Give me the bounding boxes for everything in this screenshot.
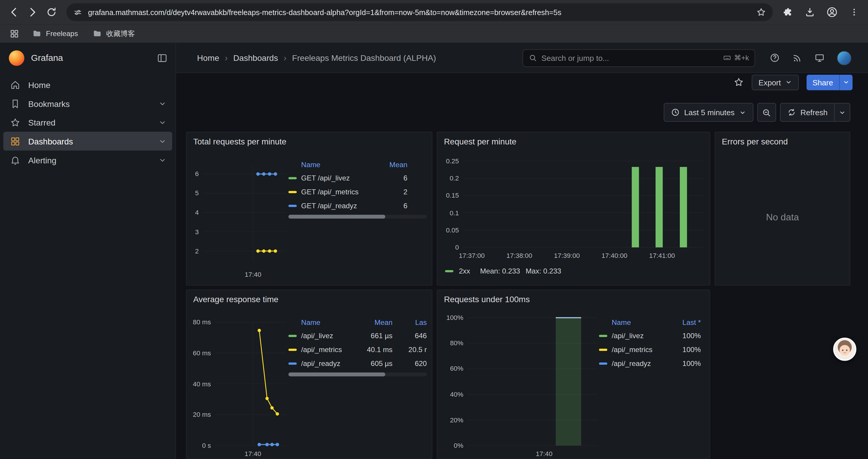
assistant-avatar[interactable]: [833, 338, 857, 361]
panel-title[interactable]: Average response time: [193, 294, 279, 304]
legend-series-name[interactable]: /api/_readyz: [599, 359, 662, 367]
legend-series-name[interactable]: GET /api/_readyz: [288, 201, 376, 210]
series-name[interactable]: 2xx: [459, 267, 470, 275]
favorite-star-icon[interactable]: [734, 77, 744, 88]
y-tick-label: 100%: [437, 314, 463, 322]
legend-series-name[interactable]: /api/_metrics: [288, 345, 356, 354]
url-bar[interactable]: grafana.mathmast.com/d/deytv4rwavabkb/fr…: [66, 3, 773, 21]
sidebar-item-starred[interactable]: Starred: [3, 113, 172, 132]
panel-title[interactable]: Request per minute: [444, 137, 517, 146]
breadcrumb-dashboards[interactable]: Dashboards: [233, 53, 278, 63]
export-button[interactable]: Export: [752, 74, 799, 90]
browser-menu-kebab-icon[interactable]: [845, 3, 864, 22]
back-icon[interactable]: [4, 3, 23, 22]
y-tick-label: 2: [186, 247, 198, 256]
legend-header[interactable]: Last *: [662, 318, 701, 326]
share-menu-chevron-icon[interactable]: [839, 74, 852, 90]
search-input[interactable]: Search or jump to... ⌘+k: [523, 49, 755, 67]
y-tick-label: 0.05: [437, 226, 459, 234]
zoom-out-button[interactable]: [757, 103, 776, 122]
user-avatar[interactable]: [837, 51, 851, 65]
series-color-dash: [599, 362, 607, 364]
sidebar-item-dashboards[interactable]: Dashboards: [3, 132, 172, 151]
y-tick-label: 80 ms: [186, 318, 211, 327]
reload-icon[interactable]: [42, 3, 61, 22]
bookmark-star-icon[interactable]: [756, 7, 766, 17]
legend-header[interactable]: Las: [392, 318, 427, 326]
legend-scrollbar-thumb[interactable]: [288, 372, 385, 376]
chevron-down-icon[interactable]: [158, 137, 167, 145]
sidebar-item-home[interactable]: Home: [3, 75, 172, 94]
panel-requests-under-100ms[interactable]: Requests under 100ms 0%20%40%60%80%100%1…: [437, 290, 710, 459]
top-nav: Home › Dashboards › Freeleaps Metrics Da…: [176, 43, 868, 73]
legend-scrollbar[interactable]: [288, 215, 427, 219]
legend-header-row: NameMean: [288, 158, 407, 171]
refresh-button[interactable]: Refresh: [780, 103, 850, 122]
dashboard-scroll-area[interactable]: Export Share Last 5 minutes: [176, 73, 868, 459]
bookmark-item[interactable]: Freeleaps: [28, 27, 83, 40]
refresh-interval-chevron-icon[interactable]: [834, 103, 850, 121]
chevron-down-icon[interactable]: [158, 118, 167, 126]
sidebar-item-label: Bookmarks: [28, 99, 70, 108]
help-icon[interactable]: [769, 53, 780, 63]
news-rss-icon[interactable]: [792, 53, 802, 63]
chevron-down-icon: [739, 109, 746, 116]
sidebar-item-alerting[interactable]: Alerting: [3, 151, 172, 169]
legend-series-name[interactable]: /api/_livez: [599, 331, 662, 340]
legend-header[interactable]: Mean: [356, 318, 393, 326]
profile-avatar-icon[interactable]: [823, 3, 841, 22]
downloads-icon[interactable]: [800, 3, 819, 22]
panel-request-per-minute[interactable]: Request per minute 00.050.10.150.20.2517…: [437, 132, 710, 286]
legend-header[interactable]: Mean: [376, 160, 407, 168]
legend-series-name[interactable]: /api/_readyz: [288, 359, 356, 367]
dock-sidebar-icon[interactable]: [157, 53, 167, 64]
folder-icon: [92, 29, 102, 38]
legend-series-name[interactable]: GET /api/_metrics: [288, 188, 376, 196]
panel-title[interactable]: Requests under 100ms: [444, 294, 530, 304]
legend-header[interactable]: Name: [288, 318, 356, 326]
share-button[interactable]: Share: [806, 74, 852, 90]
apps-grid-icon[interactable]: [6, 26, 22, 41]
p2-chart-canvas[interactable]: [437, 132, 710, 286]
legend-header[interactable]: Name: [599, 318, 662, 326]
legend-scrollbar[interactable]: [288, 372, 427, 376]
bookmark-item[interactable]: 收藏博客: [88, 26, 140, 41]
series-color-dash: [288, 191, 297, 193]
breadcrumb-home[interactable]: Home: [197, 53, 219, 63]
chevron-down-icon[interactable]: [158, 156, 167, 164]
sidebar-item-bookmarks[interactable]: Bookmarks: [3, 94, 172, 113]
panel-title[interactable]: Total requests per minute: [193, 137, 286, 146]
breadcrumb-separator: ›: [284, 53, 286, 63]
x-tick-label: 17:37:00: [453, 252, 490, 260]
url-text[interactable]: grafana.mathmast.com/d/deytv4rwavabkb/fr…: [88, 8, 751, 16]
panel-average-response-time[interactable]: Average response time 0 s20 ms40 ms60 ms…: [186, 290, 433, 459]
forward-icon[interactable]: [23, 3, 42, 22]
chevron-down-icon[interactable]: [158, 99, 167, 107]
bookmark-label: 收藏博客: [106, 28, 135, 38]
breadcrumb-current: Freeleaps Metrics Dashboard (ALPHA): [292, 53, 436, 63]
legend-series-name[interactable]: /api/_metrics: [599, 345, 662, 354]
clock-icon: [671, 108, 680, 117]
legend-scrollbar-thumb[interactable]: [288, 215, 385, 219]
legend-row: /api/_readyz605 µs620: [288, 357, 427, 370]
panel-errors-per-second[interactable]: Errors per second No data: [715, 132, 850, 286]
series-mean: Mean: 0.233: [480, 267, 520, 275]
grafana-logo[interactable]: [9, 51, 24, 66]
legend-series-name[interactable]: /api/_livez: [288, 331, 356, 340]
x-tick-label: 17:40: [234, 450, 272, 458]
legend-series-name[interactable]: GET /api/_livez: [288, 174, 376, 182]
panel-legend: NameMeanLas/api/_livez661 µs646/api/_met…: [288, 316, 427, 370]
site-settings-tune-icon[interactable]: [73, 7, 83, 17]
kiosk-monitor-icon[interactable]: [814, 53, 825, 63]
legend-header-row: NameLast *: [599, 316, 701, 329]
time-range-picker[interactable]: Last 5 minutes: [663, 103, 753, 122]
sidebar-item-label: Dashboards: [28, 136, 73, 146]
star-icon: [10, 117, 21, 128]
y-tick-label: 0.25: [437, 157, 459, 165]
legend-header[interactable]: Name: [288, 160, 376, 168]
panel-title[interactable]: Errors per second: [722, 137, 788, 146]
panel-total-requests-per-minute[interactable]: Total requests per minute 2345617:40Name…: [186, 132, 433, 286]
search-shortcut: ⌘+k: [723, 54, 749, 62]
legend-row: GET /api/_readyz6: [288, 199, 407, 213]
extensions-puzzle-icon[interactable]: [778, 3, 797, 22]
